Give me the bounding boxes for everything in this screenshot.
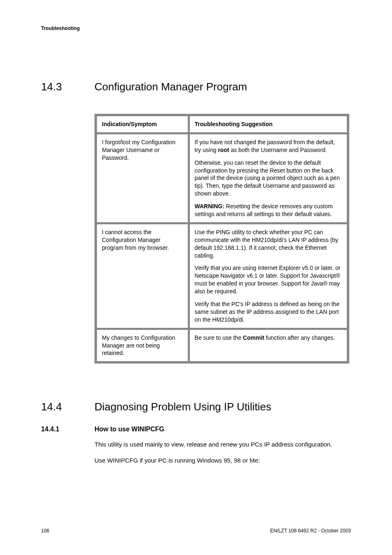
text-run: function after any changes.	[264, 334, 335, 341]
th-suggestion: Troubleshooting Suggestion	[189, 116, 347, 133]
text-run-bold: root	[218, 147, 229, 153]
suggestion-paragraph: Verify that you are using Internet Explo…	[195, 264, 342, 295]
cell-symptom: I forgot/lost my Configuration Manager U…	[97, 134, 188, 223]
doc-id: EN/LZT 108 6492 R2 - October 2003	[270, 528, 351, 534]
body-paragraph: This utility is used mainly to view, rel…	[95, 440, 349, 449]
table-header-row: Indication/Symptom Troubleshooting Sugge…	[97, 116, 347, 133]
body-paragraph: Use WINIPCFG if your PC is running Windo…	[95, 456, 349, 465]
suggestion-paragraph: If you have not changed the password fro…	[195, 138, 342, 154]
page: Troubleshooting 14.3 Configuration Manag…	[0, 0, 392, 555]
text-run-bold: Commit	[243, 334, 264, 341]
table-row: I cannot access the Configuration Manage…	[97, 224, 347, 328]
table-row: I forgot/lost my Configuration Manager U…	[97, 134, 347, 223]
suggestion-paragraph: Otherwise, you can reset the device to t…	[195, 159, 342, 198]
page-number: 106	[41, 528, 49, 534]
running-head: Troubleshooting	[41, 25, 351, 31]
troubleshooting-table: Indication/Symptom Troubleshooting Sugge…	[95, 114, 349, 364]
section-14-3-number: 14.3	[41, 81, 95, 93]
suggestion-paragraph: Verify that the PC's IP address is defin…	[195, 300, 342, 324]
suggestion-paragraph: WARNING: Resetting the device removes an…	[195, 203, 342, 218]
text-run: as both the Username and Password.	[229, 147, 327, 153]
section-14-4-title: Diagnosing Problem Using IP Utilities	[95, 401, 271, 413]
section-14-4-number: 14.4	[41, 401, 95, 413]
section-14-4-1-heading: 14.4.1 How to use WINIPCFG	[41, 426, 351, 433]
suggestion-paragraph: Use the PING utility to check whether yo…	[195, 228, 342, 260]
section-14-4-1-title: How to use WINIPCFG	[95, 426, 164, 433]
text-run: Be sure to use the	[195, 334, 243, 341]
section-14-4-1-number: 14.4.1	[41, 426, 95, 433]
th-symptom: Indication/Symptom	[97, 116, 188, 133]
text-run-bold: WARNING:	[195, 203, 224, 210]
cell-symptom: My changes to Configuration Manager are …	[97, 329, 188, 362]
page-footer: 106 EN/LZT 108 6492 R2 - October 2003	[41, 528, 351, 534]
section-14-3-heading: 14.3 Configuration Manager Program	[41, 81, 351, 93]
cell-suggestion: Be sure to use the Commit function after…	[189, 329, 347, 362]
cell-suggestion: If you have not changed the password fro…	[189, 134, 347, 223]
suggestion-paragraph: Be sure to use the Commit function after…	[195, 334, 342, 342]
cell-symptom: I cannot access the Configuration Manage…	[97, 224, 188, 328]
section-14-3-title: Configuration Manager Program	[95, 81, 247, 93]
section-14-4-heading: 14.4 Diagnosing Problem Using IP Utiliti…	[41, 401, 351, 413]
cell-suggestion: Use the PING utility to check whether yo…	[189, 224, 347, 328]
table-row: My changes to Configuration Manager are …	[97, 329, 347, 362]
